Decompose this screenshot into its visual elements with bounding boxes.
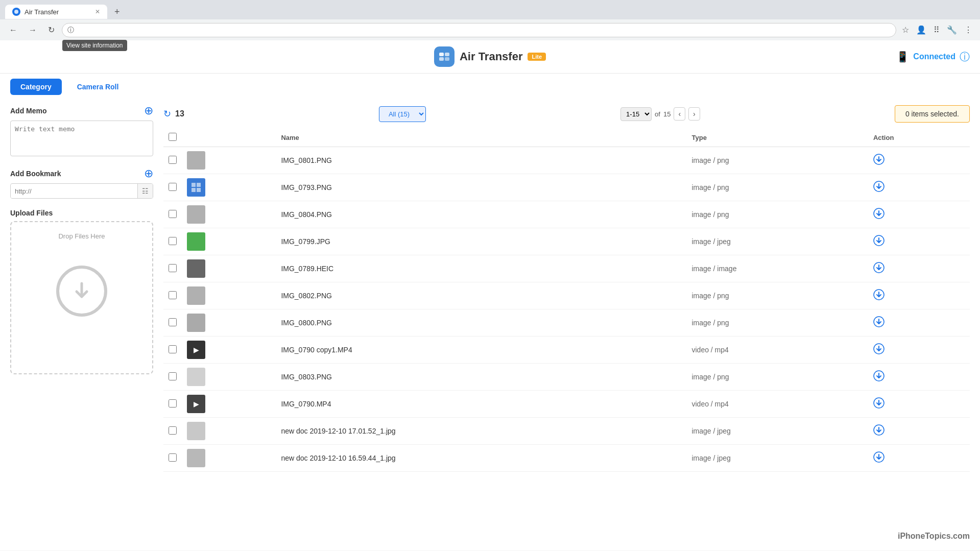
- pagination-range-select[interactable]: 1-15: [620, 107, 652, 121]
- drop-files-text: Drop Files Here: [58, 232, 105, 240]
- download-button[interactable]: [873, 397, 885, 411]
- profile-button[interactable]: 👤: [914, 22, 929, 37]
- address-info-icon[interactable]: ⓘ: [67, 26, 74, 35]
- file-action-cell: [868, 228, 970, 255]
- menu-button[interactable]: ⋮: [962, 22, 975, 37]
- memo-section-header: Add Memo ⊕: [10, 105, 153, 116]
- download-button[interactable]: [873, 343, 885, 357]
- file-type-cell: image / png: [686, 282, 868, 309]
- thumb-header: [182, 129, 276, 147]
- download-button[interactable]: [873, 316, 885, 330]
- download-button[interactable]: [873, 262, 885, 276]
- row-checkbox-cell: [163, 445, 182, 472]
- row-thumb-cell: ▶: [182, 337, 276, 364]
- row-checkbox[interactable]: [169, 210, 177, 218]
- download-button[interactable]: [873, 235, 885, 249]
- filter-dropdown[interactable]: All (15): [379, 106, 426, 122]
- file-type-cell: image / jpeg: [686, 418, 868, 445]
- back-button[interactable]: ←: [5, 23, 21, 37]
- memo-textarea[interactable]: [10, 121, 153, 156]
- row-checkbox[interactable]: [169, 291, 177, 299]
- download-button[interactable]: [873, 370, 885, 384]
- category-tab[interactable]: Category: [10, 79, 62, 95]
- svg-rect-4: [445, 57, 449, 61]
- tab-close-button[interactable]: ✕: [95, 8, 100, 15]
- select-all-checkbox[interactable]: [169, 133, 177, 141]
- row-checkbox[interactable]: [169, 264, 177, 272]
- row-checkbox[interactable]: [169, 183, 177, 191]
- connected-label: Connected: [913, 52, 955, 61]
- file-type-cell: image / image: [686, 255, 868, 282]
- add-memo-section: Add Memo ⊕: [10, 105, 153, 158]
- upload-title: Upload Files: [10, 209, 153, 217]
- upload-drop-zone[interactable]: Drop Files Here: [10, 221, 153, 374]
- camera-roll-tab[interactable]: Camera Roll: [67, 79, 129, 95]
- bookmark-star-button[interactable]: ☆: [899, 22, 912, 37]
- file-name-cell: IMG_0793.PNG: [276, 174, 686, 201]
- address-bar[interactable]: ⓘ View site information: [62, 23, 896, 37]
- add-bookmark-button[interactable]: ⊕: [144, 168, 153, 179]
- file-count: 13: [175, 109, 184, 118]
- file-thumbnail: [187, 151, 205, 170]
- file-type-cell: video / mp4: [686, 391, 868, 418]
- download-button[interactable]: [873, 181, 885, 195]
- row-checkbox[interactable]: [169, 399, 177, 408]
- file-action-cell: [868, 364, 970, 391]
- forward-button[interactable]: →: [25, 23, 41, 37]
- file-count-refresh: ↻ 13: [163, 108, 184, 119]
- new-tab-button[interactable]: +: [109, 4, 125, 19]
- add-bookmark-section: Add Bookmark ⊕ ☷: [10, 168, 153, 199]
- file-action-cell: [868, 309, 970, 337]
- watermark: iPhoneTopics.com: [898, 532, 970, 541]
- row-checkbox[interactable]: [169, 453, 177, 462]
- row-checkbox[interactable]: [169, 156, 177, 164]
- refresh-icon[interactable]: ↻: [163, 108, 171, 119]
- row-checkbox[interactable]: [169, 237, 177, 245]
- table-row: IMG_0789.HEIC image / image: [163, 255, 970, 282]
- svg-rect-8: [192, 188, 196, 192]
- table-header-row: Name Type Action: [163, 129, 970, 147]
- file-action-cell: [868, 337, 970, 364]
- add-memo-button[interactable]: ⊕: [144, 105, 153, 116]
- file-thumbnail: ▶: [187, 395, 205, 413]
- reload-button[interactable]: ↻: [44, 22, 59, 37]
- bookmark-input[interactable]: [11, 184, 137, 198]
- download-button[interactable]: [873, 208, 885, 222]
- row-checkbox[interactable]: [169, 426, 177, 435]
- row-thumb-cell: [182, 309, 276, 337]
- file-type-cell: video / mp4: [686, 337, 868, 364]
- download-button[interactable]: [873, 154, 885, 167]
- row-checkbox[interactable]: [169, 372, 177, 380]
- extensions-button[interactable]: 🔧: [944, 22, 960, 37]
- app-nav: Category Camera Roll: [0, 74, 980, 100]
- help-button[interactable]: ⓘ: [960, 50, 970, 64]
- row-checkbox[interactable]: [169, 318, 177, 326]
- download-button[interactable]: [873, 424, 885, 438]
- bookmark-title: Add Bookmark: [10, 170, 61, 178]
- active-tab[interactable]: Air Transfer ✕: [5, 5, 107, 19]
- file-name-cell: IMG_0802.PNG: [276, 282, 686, 309]
- main-layout: Add Memo ⊕ Add Bookmark ⊕ ☷ Upload Files: [0, 100, 980, 477]
- app-header-right: 📱 Connected ⓘ: [896, 50, 970, 64]
- row-checkbox[interactable]: [169, 345, 177, 353]
- row-checkbox-cell: [163, 418, 182, 445]
- app-title: Air Transfer: [460, 50, 523, 63]
- apps-button[interactable]: ⠿: [931, 22, 942, 37]
- pagination-next-button[interactable]: ›: [688, 107, 700, 121]
- file-name-cell: IMG_0790.MP4: [276, 391, 686, 418]
- pagination-prev-button[interactable]: ‹: [674, 107, 685, 121]
- download-button[interactable]: [873, 451, 885, 465]
- row-checkbox-cell: [163, 228, 182, 255]
- table-row: IMG_0804.PNG image / png: [163, 201, 970, 228]
- select-all-header: [163, 129, 182, 147]
- download-button[interactable]: [873, 289, 885, 303]
- file-name-cell: IMG_0804.PNG: [276, 201, 686, 228]
- pagination-total: 15: [663, 110, 671, 118]
- browser-chrome: Air Transfer ✕ +: [0, 0, 980, 19]
- row-checkbox-cell: [163, 174, 182, 201]
- table-row: IMG_0802.PNG image / png: [163, 282, 970, 309]
- address-input[interactable]: [77, 26, 891, 34]
- tab-favicon: [12, 8, 20, 16]
- file-name-cell: IMG_0790 copy1.MP4: [276, 337, 686, 364]
- app-content: Air Transfer Lite 📱 Connected ⓘ Category…: [0, 40, 980, 550]
